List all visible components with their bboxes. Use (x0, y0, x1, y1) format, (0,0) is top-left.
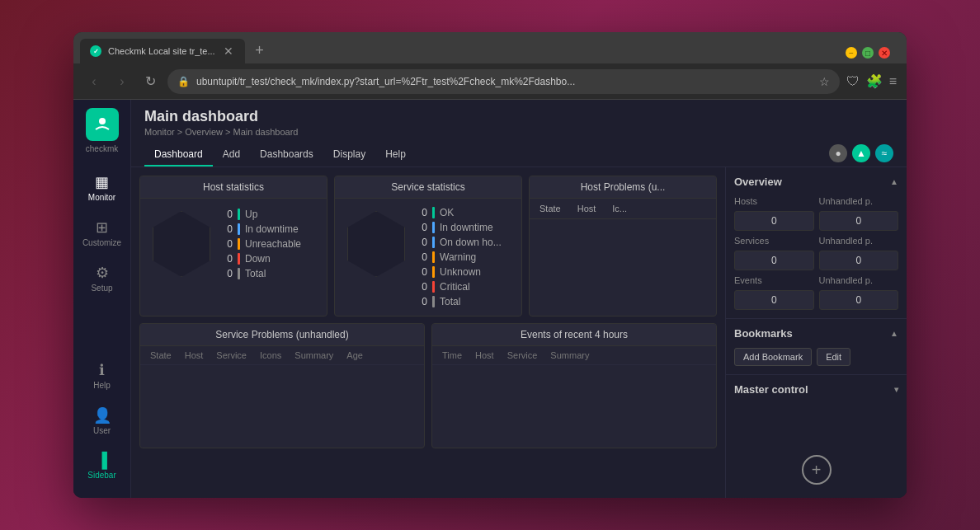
svc-col-summary: Summary (294, 350, 333, 360)
overview-unhandled-services-label: Unhandled p. (819, 236, 899, 246)
unreachable-indicator (238, 238, 240, 250)
svg-point-0 (99, 118, 106, 124)
nav-dashboards[interactable]: Dashboards (250, 143, 323, 167)
stat-in-downtime[interactable]: 0 In downtime (223, 223, 318, 235)
host-stats-list: 0 Up 0 In downtime (223, 207, 318, 281)
sidebar-item-sidebar[interactable]: ▐ Sidebar (78, 445, 127, 486)
help-icon: ℹ (99, 361, 105, 379)
nav-icon-green[interactable]: ▲ (852, 144, 870, 162)
master-control-title[interactable]: Master control ▾ (734, 383, 898, 396)
reload-button[interactable]: ↻ (139, 71, 161, 92)
window-close-button[interactable]: ✕ (879, 47, 890, 59)
new-tab-button[interactable]: + (248, 39, 271, 62)
dashboard-panels: Host statistics 0 Up (131, 167, 725, 498)
overview-hosts-value[interactable]: 0 (734, 211, 814, 231)
add-fab-button[interactable]: + (802, 455, 832, 485)
stat-down[interactable]: 0 Down (223, 253, 318, 265)
stat-total-svc-value: 0 (417, 296, 427, 307)
stat-warning-value: 0 (417, 251, 427, 263)
service-problems-columns: State Host Service Icons Summary Age (140, 346, 424, 365)
edit-bookmarks-button[interactable]: Edit (817, 348, 850, 366)
nav-dashboard[interactable]: Dashboard (144, 143, 213, 167)
down-indicator (238, 253, 240, 265)
stat-down-label: Down (245, 253, 271, 265)
nav-display[interactable]: Display (323, 143, 375, 167)
window-minimize-button[interactable]: − (846, 47, 857, 59)
sidebar-item-user[interactable]: 👤 User (78, 400, 127, 442)
svc-col-state: State (150, 350, 172, 360)
stat-unreachable[interactable]: 0 Unreachable (223, 238, 318, 250)
url-text: ubuntupit/tr_test/check_mk/index.py?star… (196, 76, 813, 87)
overview-unhandled-hosts-group: Unhandled p. 0 (819, 196, 899, 231)
overview-unhandled-events-group: Unhandled p. 0 (819, 275, 899, 310)
overview-unhandled-services-value[interactable]: 0 (819, 251, 899, 270)
sidebar-item-customize-label: Customize (82, 238, 121, 247)
service-problems-panel: Service Problems (unhandled) State Host … (139, 323, 425, 448)
nav-icon-teal[interactable]: ≈ (875, 144, 893, 162)
nav-icon-gray[interactable]: ● (829, 144, 847, 162)
host-problems-col-host: Host (577, 204, 596, 213)
extensions-icon[interactable]: 🧩 (866, 73, 883, 89)
back-button[interactable]: ‹ (83, 71, 105, 92)
tab-close-button[interactable]: ✕ (222, 45, 235, 58)
sidebar-item-monitor[interactable]: ▦ Monitor (78, 167, 127, 209)
up-indicator (238, 209, 240, 220)
nav-add[interactable]: Add (213, 143, 250, 167)
stat-ok[interactable]: 0 OK (417, 207, 513, 218)
stat-on-down-label: On down ho... (440, 237, 502, 248)
stat-unreachable-value: 0 (223, 238, 233, 250)
overview-unhandled-hosts-label: Unhandled p. (819, 196, 899, 206)
service-problems-empty (140, 365, 424, 448)
overview-unhandled-hosts-value[interactable]: 0 (819, 211, 899, 231)
stat-svc-downtime[interactable]: 0 In downtime (417, 222, 513, 233)
host-problems-title: Host Problems (u... (530, 176, 716, 199)
tab-favicon: ✓ (90, 45, 101, 57)
on-down-indicator (432, 237, 435, 248)
bottom-panels-row: Service Problems (unhandled) State Host … (139, 323, 717, 448)
overview-unhandled-events-label: Unhandled p. (819, 275, 899, 285)
url-bar[interactable]: 🔒 ubuntupit/tr_test/check_mk/index.py?st… (167, 69, 840, 94)
sidebar-item-customize[interactable]: ⊞ Customize (78, 212, 127, 254)
host-problems-col-ic: Ic... (612, 204, 627, 213)
window-maximize-button[interactable]: □ (862, 47, 874, 59)
svc-col-host: Host (185, 350, 204, 360)
stat-critical[interactable]: 0 Critical (417, 281, 513, 293)
stat-downtime-value: 0 (223, 223, 233, 235)
stat-unknown[interactable]: 0 Unknown (417, 266, 513, 278)
stat-on-down-value: 0 (417, 237, 427, 248)
bookmark-star-icon[interactable]: ☆ (819, 75, 830, 88)
add-bookmark-button[interactable]: Add Bookmark (734, 348, 812, 366)
events-empty (432, 365, 716, 448)
overview-services-value[interactable]: 0 (734, 251, 814, 270)
overview-events-group: Events 0 (734, 275, 814, 310)
stat-up-label: Up (245, 209, 257, 220)
stat-on-down-host[interactable]: 0 On down ho... (417, 237, 513, 248)
browser-tab[interactable]: ✓ Checkmk Local site tr_te... ✕ (80, 39, 245, 63)
overview-events-value[interactable]: 0 (734, 290, 814, 310)
nav-menu: Dashboard Add Dashboards Display Help ● … (144, 143, 893, 167)
stat-total-svc-label: Total (440, 296, 460, 307)
overview-events-label: Events (734, 275, 814, 285)
bookmarks-actions: Add Bookmark Edit (734, 348, 898, 366)
overview-unhandled-events-value[interactable]: 0 (819, 290, 899, 310)
right-sidebar: Overview ▲ Hosts 0 Unhandled p. 0 (725, 167, 907, 498)
stat-up[interactable]: 0 Up (223, 209, 318, 220)
stat-total-hosts[interactable]: 0 Total (223, 268, 318, 279)
forward-button[interactable]: › (111, 71, 133, 92)
svc-col-age: Age (346, 350, 363, 360)
sidebar-item-help[interactable]: ℹ Help (78, 354, 127, 396)
nav-help[interactable]: Help (375, 143, 416, 167)
stat-warning[interactable]: 0 Warning (417, 251, 513, 263)
recent-events-title: Events of recent 4 hours (432, 324, 716, 346)
menu-icon[interactable]: ≡ (889, 74, 897, 89)
sidebar-item-setup[interactable]: ⚙ Setup (78, 257, 127, 299)
sidebar-toggle-icon: ▐ (97, 452, 107, 469)
stat-total-svc[interactable]: 0 Total (417, 296, 513, 307)
overview-services-label: Services (734, 236, 814, 246)
host-problems-col-state: State (539, 204, 561, 213)
service-statistics-panel: Service statistics 0 OK (334, 176, 522, 317)
overview-title[interactable]: Overview ▲ (734, 176, 898, 188)
events-col-host: Host (475, 350, 494, 360)
svc-downtime-indicator (432, 222, 435, 233)
bookmarks-title[interactable]: Bookmarks ▲ (734, 327, 898, 340)
